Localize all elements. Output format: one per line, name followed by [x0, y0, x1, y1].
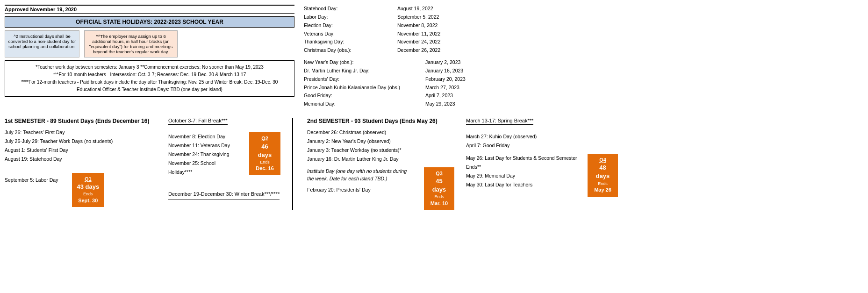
- q1-label: Q1: [77, 176, 99, 183]
- holiday-date: November 24, 2022: [397, 38, 467, 46]
- sp-final-1: May 26: Last Day for Students & Second S…: [466, 154, 578, 172]
- q4-ends: Ends: [592, 181, 613, 187]
- q2-days: 46 days: [254, 143, 276, 159]
- q1-date: Sept. 30: [77, 197, 99, 204]
- holiday-row: Veterans Day:November 11, 2022: [304, 30, 495, 38]
- s1-event-3: August 1: Students' First Day: [5, 146, 150, 155]
- q1-days: 43 days: [77, 183, 99, 191]
- holiday-name: Election Day:: [304, 21, 397, 30]
- q4-date: May 26: [592, 186, 613, 193]
- spring-break-header: March 13-17: Spring Break***: [466, 118, 533, 125]
- holiday-date: December 26, 2022: [397, 46, 467, 55]
- footnote-3: ****For 12-month teachers - Paid break d…: [10, 79, 289, 86]
- holiday-name: Dr. Martin Luther King Jr. Day:: [304, 67, 425, 75]
- s2-event-2: January 2: New Year's Day (observed): [307, 137, 454, 146]
- semester1-title: 1st SEMESTER - 89 Student Days (Ends Dec…: [5, 118, 150, 124]
- q2-ends: Ends: [254, 159, 276, 165]
- q3-badge: Q3 45 days Ends Mar. 10: [424, 167, 454, 210]
- holiday-name: Memorial Day:: [304, 100, 425, 108]
- q1-badge: Q1 43 days Ends Sept. 30: [72, 173, 104, 207]
- fb-event-4: November 25: School Holiday****: [168, 159, 240, 177]
- holidays-section: Statehood Day:August 19, 2022Labor Day:S…: [304, 5, 495, 108]
- q3-date: Mar. 10: [429, 200, 450, 207]
- q2-date: Dec. 16: [254, 165, 276, 172]
- holiday-date: March 27, 2023: [425, 84, 495, 92]
- holiday-row: Good Friday:April 7, 2023: [304, 92, 495, 100]
- holiday-row: Dr. Martin Luther King Jr. Day:January 1…: [304, 67, 495, 75]
- official-title: OFFICIAL STATE HOLIDAYS: 2022-2023 SCHOO…: [5, 16, 294, 28]
- s1-event-2: July 26-July 29: Teacher Work Days (no s…: [5, 137, 150, 146]
- holiday-row: Prince Jonah Kuhio Kalanianaole Day (obs…: [304, 84, 495, 92]
- holiday-name: New Year's Day (obs.):: [304, 58, 425, 67]
- winter-break-header: December 19-December 30: Winter Break***…: [168, 190, 280, 200]
- note-left: ^2 Instructional days shall be converted…: [5, 30, 79, 57]
- s2-event-4: January 16: Dr. Martin Luther King Jr. D…: [307, 155, 454, 164]
- holiday-row: Statehood Day:August 19, 2022: [304, 5, 495, 13]
- holiday-row: Presidents' Day:February 20, 2023: [304, 75, 495, 84]
- holiday-date: August 19, 2022: [397, 5, 467, 13]
- s2-event-1: December 26: Christmas (observed): [307, 128, 454, 137]
- semester-divider: [292, 118, 293, 210]
- q3-label: Q3: [429, 170, 450, 177]
- holiday-date: February 20, 2023: [425, 75, 495, 84]
- fb-event-1: November 8: Election Day: [168, 132, 240, 141]
- s1-event-5: September 5: Labor Day: [5, 176, 58, 185]
- sp-event-2: April 7: Good Friday: [466, 141, 618, 150]
- holiday-name: Statehood Day:: [304, 5, 397, 13]
- q2-badge: Q2 46 days Ends Dec. 16: [249, 132, 280, 175]
- holiday-row: New Year's Day (obs.):January 2, 2023: [304, 58, 495, 67]
- holiday-name: Good Friday:: [304, 92, 425, 100]
- holiday-name: Labor Day:: [304, 13, 397, 21]
- holiday-name: Veterans Day:: [304, 30, 397, 38]
- approved-header: Approved November 19, 2020: [5, 5, 294, 14]
- holiday-row: Labor Day:September 5, 2022: [304, 13, 495, 21]
- q4-badge: Q4 48 days Ends May 26: [588, 154, 618, 197]
- holiday-date: September 5, 2022: [397, 13, 467, 21]
- s2-event-5: February 20: Presidents' Day: [307, 186, 415, 194]
- sp-final-2: May 29: Memorial Day: [466, 172, 578, 180]
- footnote-1: *Teacher work day between semesters: Jan…: [10, 64, 289, 71]
- q2-label: Q2: [254, 135, 276, 142]
- q4-days: 48 days: [592, 164, 613, 180]
- holiday-name: Thanksgiving Day:: [304, 38, 397, 46]
- holiday-date: January 2, 2023: [425, 58, 495, 67]
- sp-final-3: May 30: Last Day for Teachers: [466, 180, 578, 189]
- s2-event-3: January 3: Teacher Workday (no students)…: [307, 146, 454, 155]
- s1-event-1: July 26: Teachers' First Day: [5, 128, 150, 137]
- holiday-row: Memorial Day:May 29, 2023: [304, 100, 495, 108]
- calendar-section: 1st SEMESTER - 89 Student Days (Ends Dec…: [5, 118, 863, 210]
- holiday-date: April 7, 2023: [425, 92, 495, 100]
- holiday-name: Prince Jonah Kuhio Kalanianaole Day (obs…: [304, 84, 425, 92]
- q4-label: Q4: [592, 157, 613, 164]
- holiday-date: May 29, 2023: [425, 100, 495, 108]
- holiday-row: Thanksgiving Day:November 24, 2022: [304, 38, 495, 46]
- holiday-date: January 16, 2023: [425, 67, 495, 75]
- note-right: ^^The employer may assign up to 6 additi…: [84, 30, 178, 57]
- s1-event-4: August 19: Statehood Day: [5, 155, 150, 164]
- footnote-4: Educational Officer & Teacher Institute …: [10, 86, 289, 93]
- holiday-row: Christmas Day (obs.):December 26, 2022: [304, 46, 495, 55]
- footnotes-box: *Teacher work day between semesters: Jan…: [5, 60, 294, 97]
- fb-event-2: November 11: Veterans Day: [168, 141, 240, 150]
- fb-event-3: November 24: Thanksgiving: [168, 150, 240, 159]
- q3-ends: Ends: [429, 194, 450, 200]
- sp-event-1: March 27: Kuhio Day (observed): [466, 132, 618, 141]
- holiday-name: Christmas Day (obs.):: [304, 46, 397, 55]
- holiday-date: November 8, 2022: [397, 21, 467, 30]
- semester2-title: 2nd SEMESTER - 93 Student Days (Ends May…: [307, 118, 454, 124]
- footnote-2: ***For 10-month teachers - Intersession:…: [10, 71, 289, 79]
- fall-break-header: October 3-7: Fall Break***: [168, 118, 228, 125]
- institute-day: Institute Day (one day with no students …: [307, 167, 415, 183]
- holiday-date: November 11, 2022: [397, 30, 467, 38]
- q1-ends: Ends: [77, 191, 99, 197]
- holiday-name: Presidents' Day:: [304, 75, 425, 84]
- holiday-row: Election Day:November 8, 2022: [304, 21, 495, 30]
- q3-days: 45 days: [429, 177, 450, 194]
